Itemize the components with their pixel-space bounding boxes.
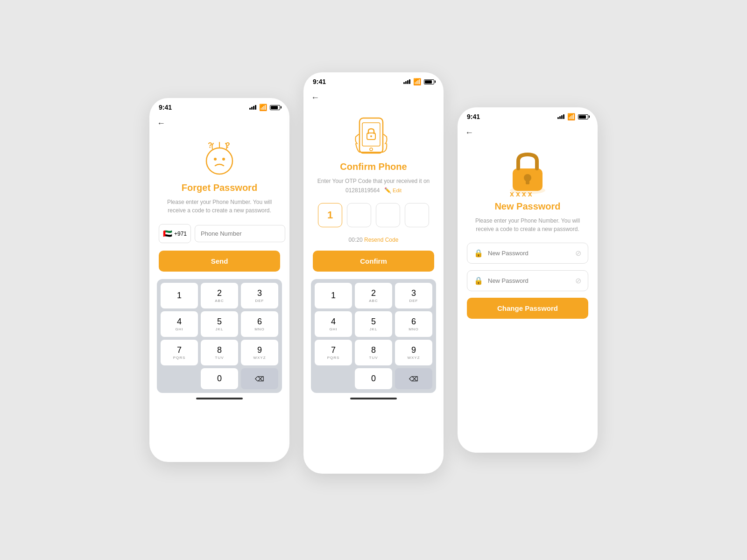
otp-box-1[interactable]: 1 [318, 203, 342, 227]
svg-point-1 [214, 158, 217, 161]
signal-icon-3 [557, 114, 564, 119]
country-selector[interactable]: 🇦🇪 +971 [159, 224, 191, 243]
numpad-1: 1 2ABC 3DEF 4GHI 5JKL 6MNO 7PQRS 8TUV 9W… [157, 279, 282, 393]
status-time-2: 9:41 [313, 78, 326, 85]
back-button-1[interactable]: ← [149, 115, 289, 132]
status-icons-2: 📶 [403, 78, 434, 85]
numpad-key-3[interactable]: 3DEF [241, 283, 278, 308]
numpad-key-5[interactable]: 5JKL [201, 311, 238, 337]
forget-password-subtitle: Please enter your Phone Number. You will… [159, 198, 280, 215]
svg-point-9 [370, 148, 373, 151]
phone-input-row: 🇦🇪 +971 [159, 224, 280, 243]
svg-point-8 [370, 135, 372, 137]
new-password-subtitle: Please enter your Phone Number. You will… [467, 217, 588, 233]
numpad2-key-1[interactable]: 1 [315, 283, 352, 308]
numpad2-key-8[interactable]: 8TUV [355, 340, 392, 365]
numpad-key-8[interactable]: 8TUV [201, 340, 238, 365]
numpad2-key-5[interactable]: 5JKL [355, 311, 392, 337]
change-password-button[interactable]: Change Password [467, 298, 588, 319]
numpad2-key-3[interactable]: 3DEF [395, 283, 432, 308]
home-indicator-1 [196, 398, 243, 399]
battery-icon-3 [578, 114, 588, 119]
numpad-key-7[interactable]: 7PQRS [161, 340, 198, 365]
svg-rect-6 [362, 123, 380, 146]
numpad-2: 1 2ABC 3DEF 4GHI 5JKL 6MNO 7PQRS 8TUV 9W… [311, 279, 436, 393]
back-button-2[interactable]: ← [303, 89, 444, 106]
status-icons-1: 📶 [249, 104, 280, 111]
numpad-key-4[interactable]: 4GHI [161, 311, 198, 337]
forget-password-illustration: ? ? [149, 132, 289, 182]
numpad-delete-key[interactable]: ⌫ [241, 368, 278, 389]
svg-text:xxxx: xxxx [510, 190, 534, 197]
numpad2-key-7[interactable]: 7PQRS [315, 340, 352, 365]
lock-icon-2: 🔒 [474, 276, 483, 285]
numpad2-delete-key[interactable]: ⌫ [395, 368, 432, 389]
svg-text:?: ? [208, 141, 212, 149]
status-time-3: 9:41 [467, 113, 480, 120]
screen-forget-password: 9:41 📶 ← [149, 98, 289, 462]
numpad2-key-9[interactable]: 9WXYZ [395, 340, 432, 365]
send-button[interactable]: Send [159, 251, 280, 272]
wifi-icon-3: 📶 [567, 113, 575, 120]
status-bar-3: 9:41 📶 [458, 107, 598, 124]
svg-point-2 [222, 158, 225, 161]
screen-confirm-phone: 9:41 📶 ← [303, 72, 444, 474]
wifi-icon-1: 📶 [259, 104, 267, 111]
confirm-phone-number: 01281819564 ✏️ Edit [313, 187, 434, 194]
forget-password-title: Forget Password [159, 182, 280, 193]
numpad2-key-6[interactable]: 6MNO [395, 311, 432, 337]
eye-icon-1[interactable]: ⊘ [575, 249, 581, 258]
confirm-phone-subtitle: Enter Your OTP Code that your received i… [313, 177, 434, 185]
otp-box-2[interactable] [347, 203, 371, 227]
signal-icon-1 [249, 105, 256, 110]
phone-number-input[interactable] [195, 225, 285, 242]
numpad-empty [161, 368, 198, 389]
numpad2-key-0[interactable]: 0 [355, 368, 392, 389]
signal-icon-2 [403, 79, 410, 84]
uae-flag: 🇦🇪 [163, 229, 172, 238]
numpad2-key-2[interactable]: 2ABC [355, 283, 392, 308]
numpad-key-1[interactable]: 1 [161, 283, 198, 308]
numpad-key-0[interactable]: 0 [201, 368, 238, 389]
numpad-key-6[interactable]: 6MNO [241, 311, 278, 337]
screens-container: 9:41 📶 ← [149, 86, 598, 474]
new-password-input-2[interactable] [488, 277, 571, 284]
eye-icon-2[interactable]: ⊘ [575, 276, 581, 285]
home-indicator-2 [350, 398, 397, 399]
resend-code-button[interactable]: Resend Code [364, 237, 398, 243]
otp-container: 1 [313, 203, 434, 227]
status-bar-1: 9:41 📶 [149, 98, 289, 115]
back-button-3[interactable]: ← [458, 124, 598, 141]
otp-box-4[interactable] [405, 203, 429, 227]
edit-button[interactable]: Edit [393, 188, 402, 193]
new-password-row-1: 🔒 ⊘ [467, 243, 588, 264]
svg-point-0 [206, 148, 233, 174]
new-password-input-1[interactable] [488, 250, 571, 257]
otp-timer: 00:20 Resend Code [313, 237, 434, 243]
numpad-key-2[interactable]: 2ABC [201, 283, 238, 308]
new-password-row-2: 🔒 ⊘ [467, 270, 588, 291]
numpad2-empty [315, 368, 352, 389]
confirm-phone-illustration [303, 106, 444, 161]
edit-icon: ✏️ [384, 187, 391, 194]
status-time-1: 9:41 [159, 104, 172, 111]
wifi-icon-2: 📶 [413, 78, 421, 85]
otp-box-3[interactable] [376, 203, 400, 227]
battery-icon-2 [424, 79, 434, 84]
battery-icon-1 [270, 105, 280, 110]
numpad2-key-4[interactable]: 4GHI [315, 311, 352, 337]
status-bar-2: 9:41 📶 [303, 72, 444, 89]
numpad-key-9[interactable]: 9WXYZ [241, 340, 278, 365]
status-icons-3: 📶 [557, 113, 588, 120]
lock-icon-1: 🔒 [474, 249, 483, 258]
confirm-phone-title: Confirm Phone [313, 161, 434, 172]
confirm-button[interactable]: Confirm [313, 251, 434, 272]
country-code: +971 [174, 231, 187, 237]
new-password-illustration: xxxx [458, 141, 598, 201]
screen-new-password: 9:41 📶 ← [458, 107, 598, 453]
new-password-title: New Password [467, 201, 588, 212]
svg-rect-13 [526, 180, 529, 184]
